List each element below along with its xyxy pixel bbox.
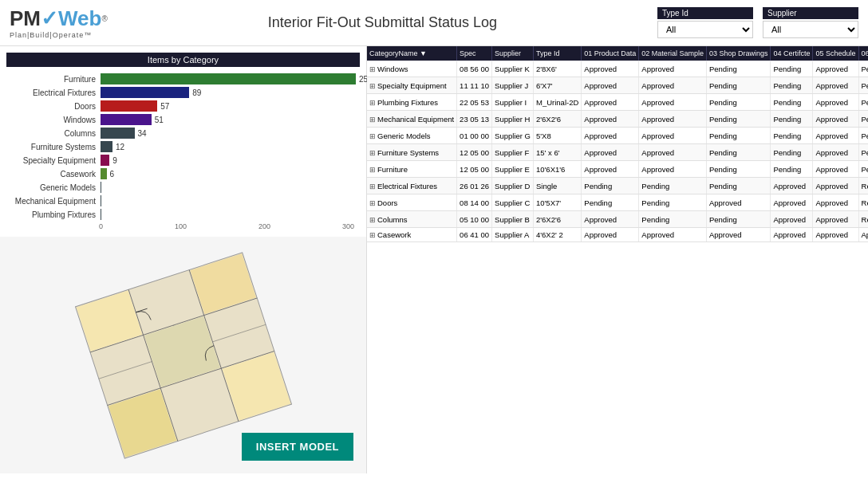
cell-06: Pending: [858, 94, 868, 111]
cell-supplier: Supplier A: [492, 228, 534, 242]
bar: [101, 100, 157, 112]
cell-04: Approved: [771, 228, 813, 242]
expand-icon[interactable]: ⊞: [369, 82, 376, 90]
type-id-label: Type Id: [657, 7, 753, 19]
cell-02: Approved: [639, 111, 707, 128]
col-05[interactable]: 05 Schedule: [813, 46, 858, 61]
expand-icon[interactable]: ⊞: [369, 149, 376, 157]
table-row[interactable]: ⊞Doors 08 14 00 Supplier C 10'5X7' Pendi…: [367, 194, 868, 211]
bar-label: Windows: [13, 116, 101, 124]
cell-type-id: 10'6X1'6: [533, 161, 581, 178]
cell-type-id: M_Urinal-2D: [533, 94, 581, 111]
cell-category: ⊞Windows: [367, 61, 457, 77]
cell-03: Pending: [706, 61, 771, 77]
cell-05: Approved: [813, 77, 858, 94]
cell-supplier: Supplier G: [492, 128, 534, 144]
chart-bar-row: Windows 51: [13, 114, 353, 125]
table-row[interactable]: ⊞Electrical Fixtures 26 01 26 Supplier D…: [367, 178, 868, 194]
cell-05: Approved: [813, 178, 858, 194]
bar-label: Furniture Systems: [13, 143, 101, 151]
table-panel[interactable]: CategoryName ▼ Spec Supplier Type Id 01 …: [367, 46, 868, 473]
cell-06: Rejected: [858, 178, 868, 194]
bar: [101, 114, 152, 125]
expand-icon[interactable]: ⊞: [369, 231, 376, 239]
cell-06: Pending: [858, 61, 868, 77]
chart-bar-row: Mechanical Equipment: [13, 195, 353, 206]
col-supplier[interactable]: Supplier: [492, 46, 534, 61]
cell-supplier: Supplier B: [492, 211, 534, 228]
expand-icon[interactable]: ⊞: [369, 199, 376, 207]
col-spec[interactable]: Spec: [457, 46, 492, 61]
expand-icon[interactable]: ⊞: [369, 183, 376, 190]
cell-category: ⊞Mechanical Equipment: [367, 111, 457, 128]
cell-category: ⊞Electrical Fixtures: [367, 178, 457, 194]
floorplan-area: INSERT MODEL: [0, 237, 366, 473]
logo-subtitle: Plan|Build|Operate™: [10, 31, 92, 39]
cell-spec: 12 05 00: [457, 161, 492, 178]
col-category[interactable]: CategoryName ▼: [367, 46, 457, 61]
col-03[interactable]: 03 Shop Drawings: [706, 46, 771, 61]
supplier-select[interactable]: All: [763, 21, 858, 38]
chart-title: Items by Category: [6, 53, 360, 67]
type-id-select[interactable]: All: [657, 21, 753, 38]
chart-bar-row: Doors 57: [13, 100, 353, 112]
col-06[interactable]: 06 Test Results: [858, 46, 868, 61]
table-row[interactable]: ⊞Columns 05 10 00 Supplier B 2'6X2'6 App…: [367, 211, 868, 228]
cell-03: Pending: [706, 77, 771, 94]
chart-bar-row: Plumbing Fixtures: [13, 209, 353, 220]
cell-category: ⊞Casework: [367, 228, 457, 242]
cell-04: Pending: [771, 111, 813, 128]
expand-icon[interactable]: ⊞: [369, 132, 376, 140]
bar-container: 12: [101, 141, 353, 152]
page-title: Interior Fit-Out Submittal Status Log: [108, 14, 657, 31]
table-row[interactable]: ⊞Furniture Systems 12 05 00 Supplier F 1…: [367, 144, 868, 161]
col-01[interactable]: 01 Product Data: [582, 46, 639, 61]
bar-label: Electrical Fixtures: [13, 88, 101, 97]
table-row[interactable]: ⊞Furniture 12 05 00 Supplier E 10'6X1'6 …: [367, 161, 868, 178]
logo-web-text: Web: [58, 6, 101, 31]
expand-icon[interactable]: ⊞: [369, 65, 376, 73]
logo-area: PM ✓ Web ® Plan|Build|Operate™: [10, 6, 108, 39]
cell-type-id: 2'8X6': [533, 61, 581, 77]
bar: [101, 182, 101, 193]
cell-01: Approved: [582, 77, 639, 94]
bar-container: 51: [101, 114, 353, 125]
table-row[interactable]: ⊞Specialty Equipment 11 11 10 Supplier J…: [367, 77, 868, 94]
col-02[interactable]: 02 Material Sample: [639, 46, 707, 61]
bar-label: Furniture: [13, 75, 101, 84]
expand-icon[interactable]: ⊞: [369, 116, 376, 124]
chart-bar-row: Columns 34: [13, 128, 353, 139]
expand-icon[interactable]: ⊞: [369, 99, 376, 107]
sort-icon: ▼: [420, 49, 427, 57]
cell-04: Pending: [771, 77, 813, 94]
table-row[interactable]: ⊞Windows 08 56 00 Supplier K 2'8X6' Appr…: [367, 61, 868, 77]
cell-06: Rejected: [858, 194, 868, 211]
insert-model-button[interactable]: INSERT MODEL: [242, 433, 353, 461]
table-row[interactable]: ⊞Generic Models 01 00 00 Supplier G 5'X8…: [367, 128, 868, 144]
cell-supplier: Supplier F: [492, 144, 534, 161]
chart-bar-row: Generic Models: [13, 182, 353, 193]
col-04[interactable]: 04 Certifcte: [771, 46, 813, 61]
cell-01: Approved: [582, 94, 639, 111]
expand-icon[interactable]: ⊞: [369, 166, 376, 174]
bar-label: Casework: [13, 170, 101, 179]
bar-value: 34: [138, 129, 147, 138]
cell-02: Pending: [639, 211, 707, 228]
cell-01: Approved: [582, 128, 639, 144]
chart-area: Items by Category Furniture 256 Electric…: [0, 46, 366, 237]
col-type-id[interactable]: Type Id: [533, 46, 581, 61]
table-row[interactable]: ⊞Mechanical Equipment 23 05 13 Supplier …: [367, 111, 868, 128]
cell-spec: 08 56 00: [457, 61, 492, 77]
cell-05: Approved: [813, 211, 858, 228]
table-row[interactable]: ⊞Casework 06 41 00 Supplier A 4'6X2' 2 A…: [367, 228, 868, 242]
cell-03: Approved: [706, 228, 771, 242]
bar-value: 6: [110, 170, 115, 179]
cell-01: Approved: [582, 161, 639, 178]
cell-03: Pending: [706, 161, 771, 178]
logo-pm-text: PM: [10, 6, 41, 31]
cell-02: Approved: [639, 144, 707, 161]
cell-spec: 06 41 00: [457, 228, 492, 242]
table-row[interactable]: ⊞Plumbing Fixtures 22 05 53 Supplier I M…: [367, 94, 868, 111]
cell-06: Pending: [858, 111, 868, 128]
expand-icon[interactable]: ⊞: [369, 216, 376, 224]
